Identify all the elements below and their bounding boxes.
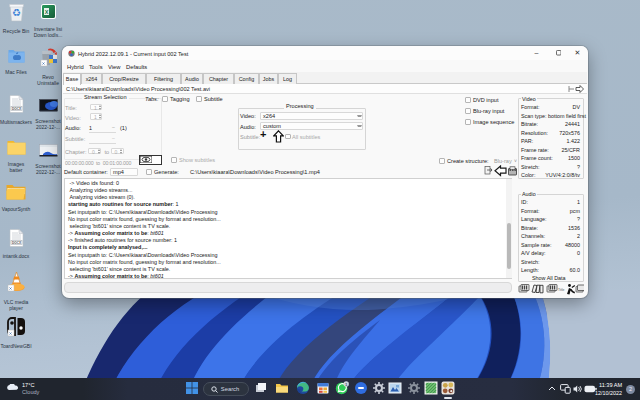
svg-text:Title: Title <box>558 288 564 292</box>
svg-text:DOCX: DOCX <box>11 241 21 245</box>
svg-text:X: X <box>44 9 48 15</box>
